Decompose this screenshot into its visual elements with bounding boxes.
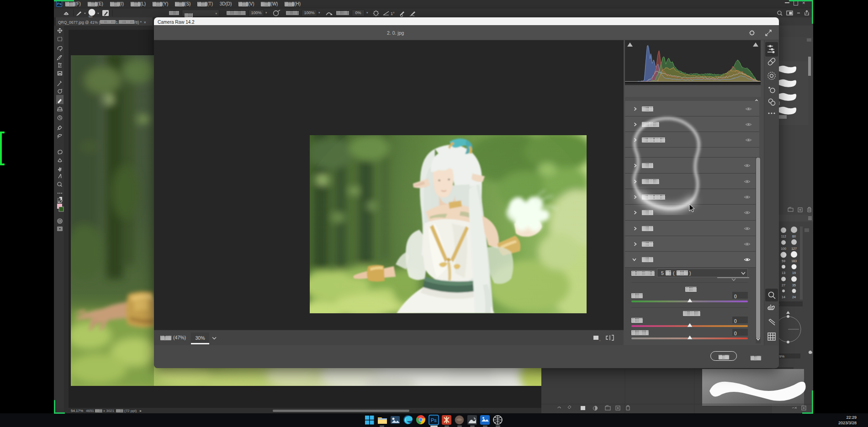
svg-text:,: , [599, 337, 600, 342]
svg-text:112: 112 [781, 235, 786, 238]
svg-text:59: 59 [782, 259, 785, 263]
svg-text:27: 27 [782, 284, 785, 287]
svg-text:127: 127 [791, 247, 797, 250]
svg-text:183: 183 [791, 259, 797, 263]
svg-text:Ps: Ps [431, 417, 437, 423]
svg-text:100: 100 [781, 247, 786, 250]
svg-text:24: 24 [792, 295, 796, 299]
svg-text:60: 60 [792, 235, 796, 238]
svg-text:13: 13 [782, 271, 785, 274]
svg-text:14: 14 [782, 295, 785, 299]
svg-text:19: 19 [792, 271, 796, 274]
svg-text:35: 35 [792, 284, 796, 287]
svg-text:1°: 1° [391, 11, 395, 16]
